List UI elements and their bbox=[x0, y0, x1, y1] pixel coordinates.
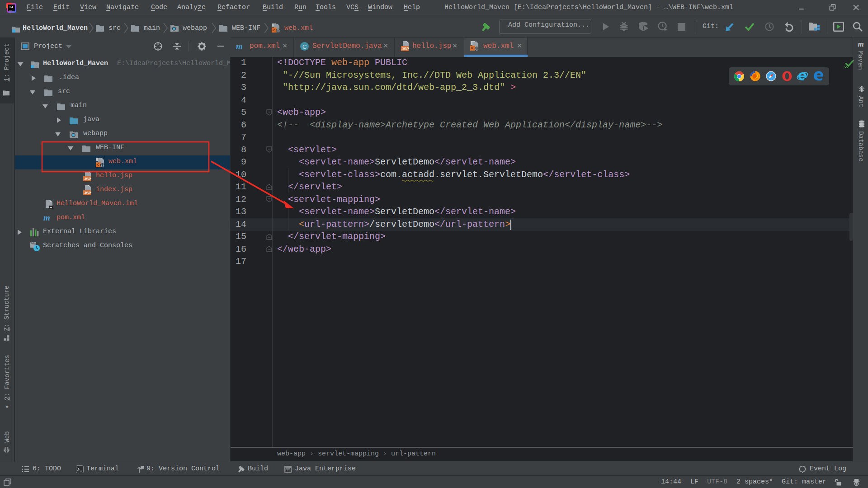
svg-text:EE: EE bbox=[286, 469, 290, 473]
svg-text:m: m bbox=[236, 42, 243, 51]
svg-text:JSP: JSP bbox=[84, 191, 91, 195]
svg-text:<: < bbox=[471, 46, 474, 51]
svg-text:m: m bbox=[43, 213, 50, 222]
svg-text:<: < bbox=[273, 28, 275, 33]
svg-text:<: < bbox=[97, 162, 99, 167]
svg-text:C: C bbox=[302, 43, 307, 50]
svg-text:JSP: JSP bbox=[402, 47, 409, 51]
svg-text:JSP: JSP bbox=[84, 177, 91, 181]
